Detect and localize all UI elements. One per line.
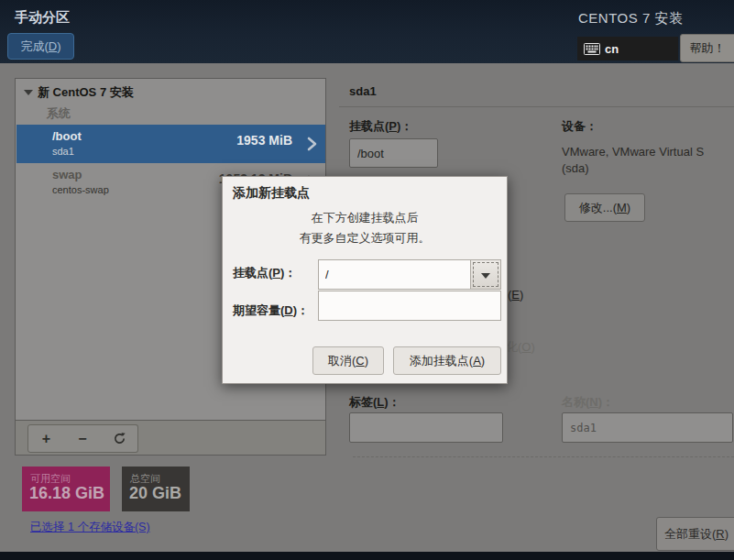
detail-dashed-divider xyxy=(353,456,734,457)
partition-toolbar: + − xyxy=(16,420,325,455)
install-title: CENTOS 7 安装 xyxy=(578,10,683,27)
mount-point-field[interactable] xyxy=(349,138,438,168)
total-space-box: 总空间 20 GiB xyxy=(122,467,190,511)
tree-title: 新 CentOS 7 安装 xyxy=(38,84,134,101)
modify-device-button[interactable]: 修改...(M) xyxy=(564,193,645,222)
plus-icon: + xyxy=(42,431,50,447)
label-label: 标签(L)： xyxy=(349,394,400,411)
bottom-strip xyxy=(0,552,734,560)
device-value-line2: (sda) xyxy=(562,161,589,175)
reload-button[interactable] xyxy=(101,424,138,453)
chevron-right-icon xyxy=(307,137,317,151)
dialog-mount-point-dropdown-button[interactable] xyxy=(470,259,501,290)
partition-mount: swap xyxy=(52,168,82,181)
dropdown-arrow-icon xyxy=(481,273,490,279)
dialog-capacity-field[interactable] xyxy=(318,291,501,321)
available-space-value: 16.18 GiB xyxy=(29,484,104,503)
keyboard-icon xyxy=(584,43,600,55)
partition-row-boot[interactable]: /boot sda1 1953 MiB xyxy=(16,125,325,163)
device-label: 设备： xyxy=(562,118,597,135)
name-field xyxy=(562,412,733,443)
tree-header[interactable]: 新 CentOS 7 安装 xyxy=(16,79,325,104)
group-label-system: 系统 xyxy=(47,105,71,122)
remove-partition-button[interactable]: − xyxy=(64,424,102,453)
page-title: 手动分区 xyxy=(15,9,70,27)
header-bar: 手动分区 完成(D) CENTOS 7 安装 cn 帮助！ xyxy=(0,0,734,63)
mount-point-label: 挂载点(P)： xyxy=(349,118,412,135)
selected-disks-link[interactable]: 已选择 1 个存储设备(S) xyxy=(30,520,150,535)
partition-device: sda1 xyxy=(52,146,74,157)
dialog-mount-point-combo-entry[interactable] xyxy=(318,259,471,290)
dialog-mount-point-label: 挂载点(P)： xyxy=(233,265,296,281)
total-space-value: 20 GiB xyxy=(129,484,181,503)
dialog-title: 添加新挂载点 xyxy=(233,185,310,202)
dialog-cancel-button[interactable]: 取消(C) xyxy=(312,346,384,375)
label-field[interactable] xyxy=(349,412,503,443)
dialog-description-line1: 在下方创建挂载点后 xyxy=(223,210,507,226)
dialog-add-mount-point-button[interactable]: 添加挂载点(A) xyxy=(393,346,501,375)
minus-icon: − xyxy=(78,431,86,447)
keyboard-layout-label: cn xyxy=(605,42,619,56)
available-space-box: 可用空间 16.18 GiB xyxy=(22,467,110,511)
dialog-description-line2: 有更多自定义选项可用。 xyxy=(223,230,507,247)
add-mount-point-dialog: 添加新挂载点 在下方创建挂载点后 有更多自定义选项可用。 挂载点(P)： 期望容… xyxy=(222,176,508,384)
device-detail-title: sda1 xyxy=(349,84,377,98)
partition-device: centos-swap xyxy=(52,184,109,195)
detail-divider xyxy=(339,106,734,107)
add-partition-button[interactable]: + xyxy=(27,424,65,453)
refresh-icon xyxy=(113,432,126,445)
installer-window: 手动分区 完成(D) CENTOS 7 安装 cn 帮助！ sda1 挂载点(P… xyxy=(0,0,734,560)
partition-mount: /boot xyxy=(52,129,82,143)
done-button[interactable]: 完成(D) xyxy=(7,33,74,60)
dialog-capacity-label: 期望容量(D)： xyxy=(233,302,309,319)
device-value-line1: VMware, VMware Virtual S xyxy=(562,145,704,159)
name-label: 名称(N)： xyxy=(562,394,614,411)
keyboard-layout-indicator[interactable]: cn xyxy=(577,37,678,60)
expander-triangle-icon[interactable] xyxy=(24,90,33,95)
reset-all-button[interactable]: 全部重设(R) xyxy=(656,517,734,551)
help-button[interactable]: 帮助！ xyxy=(680,34,734,62)
partition-size: 1953 MiB xyxy=(236,133,292,148)
